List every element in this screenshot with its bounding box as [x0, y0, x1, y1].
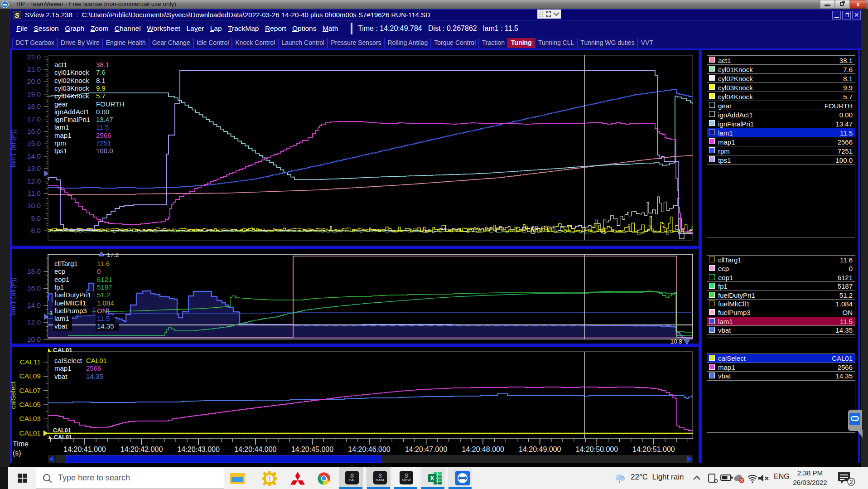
svg-text:9.9: 9.9 — [96, 84, 106, 92]
svg-text:cyl03Knock: cyl03Knock — [54, 84, 89, 92]
svg-text:2566: 2566 — [96, 131, 111, 139]
svg-text:14:20:47.000: 14:20:47.000 — [405, 445, 448, 453]
svg-text:9.0: 9.0 — [31, 214, 41, 222]
svg-text:5187: 5187 — [97, 283, 112, 291]
svg-text:fuelDutyPri1: fuelDutyPri1 — [54, 291, 92, 299]
svg-text:18.0: 18.0 — [27, 102, 41, 110]
svg-text:CAL01: CAL01 — [53, 427, 71, 434]
svg-text:lam1: lam1 — [54, 123, 69, 131]
svg-text:tps1: tps1 — [54, 147, 67, 155]
svg-text:CAL01: CAL01 — [86, 357, 107, 364]
svg-text:14.35: 14.35 — [86, 373, 103, 380]
svg-text:gear: gear — [54, 100, 68, 108]
svg-text:0.00: 0.00 — [96, 108, 109, 116]
svg-text:13.47: 13.47 — [96, 116, 113, 123]
svg-text:100.0: 100.0 — [96, 147, 113, 155]
svg-text:14:20:48.000: 14:20:48.000 — [462, 445, 504, 453]
svg-text:FOURTH: FOURTH — [96, 100, 124, 108]
svg-text:CAL01: CAL01 — [19, 429, 41, 437]
svg-text:0: 0 — [97, 267, 101, 275]
svg-text:cllTarg1: cllTarg1 — [54, 260, 78, 267]
svg-text:14:20:51.000: 14:20:51.000 — [632, 445, 675, 453]
svg-text:2566: 2566 — [86, 364, 101, 372]
svg-text:CAL01: CAL01 — [53, 347, 72, 353]
svg-text:14.0: 14.0 — [27, 301, 41, 309]
svg-text:16.0: 16.0 — [27, 127, 41, 135]
svg-text:vbat: vbat — [54, 322, 68, 330]
svg-text:lam1 (afr(P)): lam1 (afr(P)) — [9, 129, 17, 167]
svg-text:14:20:45.000: 14:20:45.000 — [291, 445, 334, 453]
svg-text:(s): (s) — [13, 449, 21, 457]
svg-text:17.2: 17.2 — [107, 252, 119, 258]
svg-text:14:20:46.000: 14:20:46.000 — [348, 445, 391, 453]
svg-text:5.7: 5.7 — [96, 92, 106, 100]
svg-text:6121: 6121 — [97, 276, 112, 283]
svg-text:19.0: 19.0 — [27, 90, 41, 98]
svg-text:10.0: 10.0 — [27, 335, 41, 343]
svg-text:10.8: 10.8 — [670, 338, 682, 345]
svg-text:15.0: 15.0 — [27, 140, 41, 147]
svg-text:act1: act1 — [54, 61, 67, 68]
svg-text:14:20:41.000: 14:20:41.000 — [63, 445, 106, 453]
svg-text:eop1: eop1 — [54, 276, 69, 283]
svg-text:1: 1 — [50, 310, 53, 315]
svg-text:14:20:44.000: 14:20:44.000 — [234, 445, 277, 453]
svg-text:51.2: 51.2 — [97, 291, 110, 299]
svg-text:11.5: 11.5 — [97, 315, 110, 322]
svg-text:7.6: 7.6 — [96, 68, 106, 76]
svg-text:22.0: 22.0 — [27, 53, 41, 61]
svg-text:12.0: 12.0 — [27, 318, 41, 326]
svg-text:CAL03: CAL03 — [19, 415, 41, 422]
svg-text:fuelMltCll1: fuelMltCll1 — [54, 299, 86, 307]
svg-text:lam1: lam1 — [54, 315, 69, 322]
svg-text:calSelect: calSelect — [54, 357, 82, 364]
svg-text:38.1: 38.1 — [96, 61, 109, 68]
svg-text:calSelect: calSelect — [9, 381, 17, 409]
svg-text:14:20:50.000: 14:20:50.000 — [576, 445, 618, 453]
svg-text:vbat: vbat — [54, 373, 68, 380]
svg-text:17.0: 17.0 — [27, 115, 41, 123]
svg-text:8.0: 8.0 — [31, 227, 41, 234]
svg-text:20.0: 20.0 — [27, 77, 41, 85]
svg-text:map1: map1 — [54, 364, 72, 372]
svg-text:14.35: 14.35 — [97, 322, 114, 330]
svg-text:rpm: rpm — [54, 139, 66, 147]
svg-text:CAL05: CAL05 — [19, 401, 41, 408]
svg-text:18.0: 18.0 — [27, 267, 41, 275]
svg-text:14:20:42.000: 14:20:42.000 — [121, 445, 163, 453]
svg-text:cyl02Knock: cyl02Knock — [54, 77, 89, 84]
svg-text:14.0: 14.0 — [27, 152, 41, 160]
svg-text:cyl01Knock: cyl01Knock — [54, 68, 89, 76]
svg-text:ON: ON — [97, 307, 107, 315]
svg-text:CAL11: CAL11 — [20, 358, 41, 366]
svg-text:8.1: 8.1 — [96, 77, 106, 84]
svg-text:CAL01: CAL01 — [54, 434, 72, 441]
svg-text:ignFinalPri1: ignFinalPri1 — [54, 116, 90, 123]
svg-text:2: 2 — [849, 479, 853, 485]
svg-text:13.0: 13.0 — [27, 165, 41, 172]
svg-text:X: X — [430, 474, 434, 482]
svg-text:7251: 7251 — [96, 139, 111, 147]
svg-text:1.084: 1.084 — [97, 299, 114, 307]
svg-text:!: ! — [268, 474, 271, 483]
svg-text:fp1: fp1 — [54, 283, 64, 291]
svg-text:14:20:43.000: 14:20:43.000 — [177, 445, 220, 453]
svg-text:CAL09: CAL09 — [19, 372, 41, 380]
svg-text:lam1 (afr(P)): lam1 (afr(P)) — [9, 277, 17, 315]
svg-text:16.0: 16.0 — [27, 284, 41, 292]
svg-text:fuelPump3: fuelPump3 — [54, 307, 87, 315]
svg-text:11.0: 11.0 — [28, 189, 41, 197]
svg-text:Time: Time — [13, 440, 29, 448]
svg-text:11.5: 11.5 — [96, 123, 109, 131]
svg-text:ignAddAct1: ignAddAct1 — [54, 108, 89, 116]
svg-text:12.0: 12.0 — [27, 177, 41, 185]
svg-text:14:20:49.000: 14:20:49.000 — [519, 445, 561, 453]
svg-text:21.0: 21.0 — [27, 65, 41, 73]
svg-text:cyl04Knock: cyl04Knock — [54, 92, 89, 100]
svg-text:map1: map1 — [54, 131, 72, 139]
svg-text:11.6: 11.6 — [97, 260, 110, 267]
svg-text:CAL07: CAL07 — [19, 387, 41, 394]
svg-text:ecp: ecp — [54, 267, 65, 275]
svg-text:10.0: 10.0 — [27, 202, 41, 209]
